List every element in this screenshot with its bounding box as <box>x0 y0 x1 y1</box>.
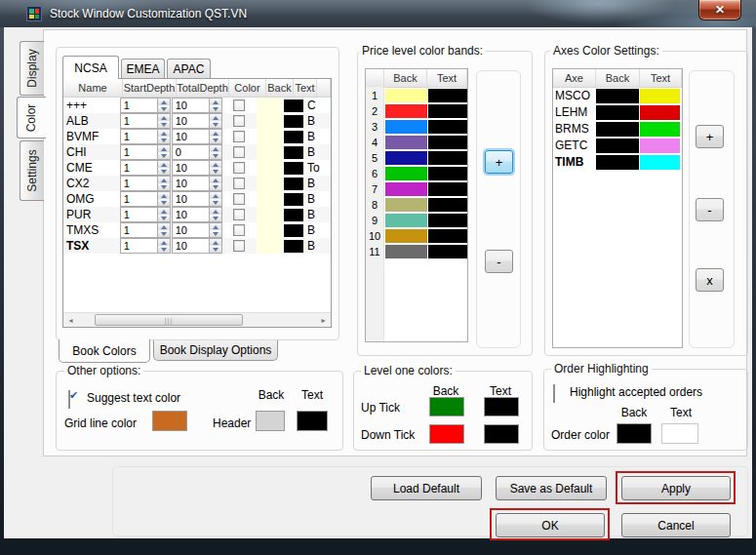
color-checkbox[interactable] <box>233 193 245 205</box>
axe-back-swatch[interactable] <box>596 139 639 153</box>
spin-down-icon[interactable] <box>158 183 170 190</box>
color-checkbox[interactable] <box>233 178 245 189</box>
cancel-button[interactable]: Cancel <box>621 513 731 537</box>
header-text-swatch[interactable] <box>297 411 328 431</box>
tab-color[interactable]: Color <box>17 97 46 139</box>
scrollbar-thumb[interactable]: ||| <box>95 314 243 326</box>
totaldepth-stepper[interactable]: 10 <box>172 176 222 191</box>
spin-down-icon[interactable] <box>158 199 170 206</box>
spin-up-icon[interactable] <box>210 114 221 121</box>
region-tab-ncsa[interactable]: NCSA <box>62 56 119 79</box>
region-tab-emea[interactable]: EMEA <box>121 59 165 79</box>
up-tick-text-swatch[interactable] <box>484 397 519 416</box>
axe-text-swatch[interactable] <box>640 122 680 137</box>
save-as-default-button[interactable]: Save as Default <box>496 476 607 500</box>
totaldepth-stepper[interactable]: 10 <box>172 222 222 238</box>
spin-down-icon[interactable] <box>158 105 170 112</box>
back-color-swatch[interactable] <box>257 191 282 207</box>
back-color-swatch[interactable] <box>257 176 282 191</box>
band-back-swatch[interactable] <box>385 182 427 196</box>
color-checkbox[interactable] <box>233 99 245 111</box>
up-tick-back-swatch[interactable] <box>429 397 464 416</box>
color-checkbox[interactable] <box>233 224 245 236</box>
band-back-swatch[interactable] <box>385 104 427 118</box>
back-color-swatch[interactable] <box>257 113 282 129</box>
startdepth-stepper[interactable]: 1 <box>120 98 171 113</box>
axe-back-swatch[interactable] <box>596 105 639 120</box>
grid-line-color-swatch[interactable] <box>152 411 187 431</box>
band-back-swatch[interactable] <box>385 89 427 102</box>
totaldepth-stepper[interactable]: 10 <box>172 191 222 207</box>
startdepth-stepper[interactable]: 1 <box>120 129 171 144</box>
spin-down-icon[interactable] <box>210 246 221 253</box>
back-color-swatch[interactable] <box>257 207 282 222</box>
axe-back-swatch[interactable] <box>596 89 639 103</box>
spin-up-icon[interactable] <box>158 145 170 152</box>
spin-up-icon[interactable] <box>210 130 221 137</box>
text-color-swatch[interactable] <box>284 178 303 190</box>
spin-down-icon[interactable] <box>158 246 170 253</box>
remove-band-button[interactable]: - <box>485 250 513 273</box>
spin-down-icon[interactable] <box>158 230 170 237</box>
scroll-left-icon[interactable]: ◂ <box>63 313 78 327</box>
axe-text-swatch[interactable] <box>640 105 680 120</box>
spin-up-icon[interactable] <box>158 177 170 183</box>
close-button[interactable]: ✕ <box>698 0 741 20</box>
totaldepth-stepper[interactable]: 0 <box>172 144 222 160</box>
down-tick-back-swatch[interactable] <box>429 424 464 444</box>
col-name[interactable]: Name <box>63 79 123 97</box>
totaldepth-stepper[interactable]: 10 <box>172 113 222 129</box>
scroll-right-icon[interactable]: ▸ <box>316 313 331 327</box>
color-checkbox[interactable] <box>233 209 245 220</box>
spin-down-icon[interactable] <box>158 215 170 221</box>
spin-up-icon[interactable] <box>158 239 170 246</box>
horizontal-scrollbar[interactable]: ◂ ||| ▸ <box>63 312 331 327</box>
tab-display[interactable]: Display <box>20 41 44 96</box>
axe-text-swatch[interactable] <box>640 155 680 170</box>
totaldepth-stepper[interactable]: 10 <box>172 160 222 176</box>
spin-up-icon[interactable] <box>210 239 221 246</box>
clear-axes-button[interactable]: x <box>696 268 724 292</box>
spin-up-icon[interactable] <box>210 177 221 183</box>
band-text-swatch[interactable] <box>428 104 467 118</box>
header-back-swatch[interactable] <box>256 411 285 431</box>
totaldepth-stepper[interactable]: 10 <box>172 238 222 254</box>
spin-up-icon[interactable] <box>210 99 221 105</box>
back-color-swatch[interactable] <box>257 238 282 254</box>
band-back-swatch[interactable] <box>385 151 427 165</box>
band-text-swatch[interactable] <box>428 120 467 134</box>
color-checkbox[interactable] <box>233 162 245 174</box>
spin-down-icon[interactable] <box>158 152 170 159</box>
spin-down-icon[interactable] <box>210 105 221 112</box>
tab-settings[interactable]: Settings <box>20 140 44 201</box>
tab-book-colors[interactable]: Book Colors <box>59 339 150 363</box>
band-back-swatch[interactable] <box>385 167 427 180</box>
spin-up-icon[interactable] <box>158 208 170 215</box>
text-color-swatch[interactable] <box>284 162 303 175</box>
titlebar[interactable]: Stock Window Customization QST.VN ✕ <box>0 0 756 27</box>
band-text-swatch[interactable] <box>428 182 467 196</box>
spin-up-icon[interactable] <box>210 161 221 168</box>
color-checkbox[interactable] <box>233 240 245 252</box>
spin-down-icon[interactable] <box>158 168 170 175</box>
spin-down-icon[interactable] <box>158 121 170 128</box>
band-text-swatch[interactable] <box>428 245 467 258</box>
back-color-swatch[interactable] <box>257 160 282 176</box>
startdepth-stepper[interactable]: 1 <box>120 113 171 129</box>
band-text-swatch[interactable] <box>428 89 467 102</box>
spin-down-icon[interactable] <box>158 137 170 143</box>
band-back-swatch[interactable] <box>385 214 427 227</box>
spin-down-icon[interactable] <box>210 137 221 143</box>
spin-down-icon[interactable] <box>210 230 221 237</box>
region-tab-apac[interactable]: APAC <box>167 59 211 79</box>
text-color-swatch[interactable] <box>284 224 303 237</box>
back-color-swatch[interactable] <box>257 222 282 238</box>
highlight-accepted-orders-checkbox[interactable] <box>553 384 555 403</box>
color-checkbox[interactable] <box>233 146 245 158</box>
col-color[interactable]: Color <box>229 79 266 97</box>
spin-up-icon[interactable] <box>158 192 170 199</box>
add-axe-button[interactable]: + <box>696 125 724 148</box>
spin-down-icon[interactable] <box>210 215 221 221</box>
order-back-swatch[interactable] <box>617 423 652 444</box>
startdepth-stepper[interactable]: 1 <box>120 238 171 254</box>
